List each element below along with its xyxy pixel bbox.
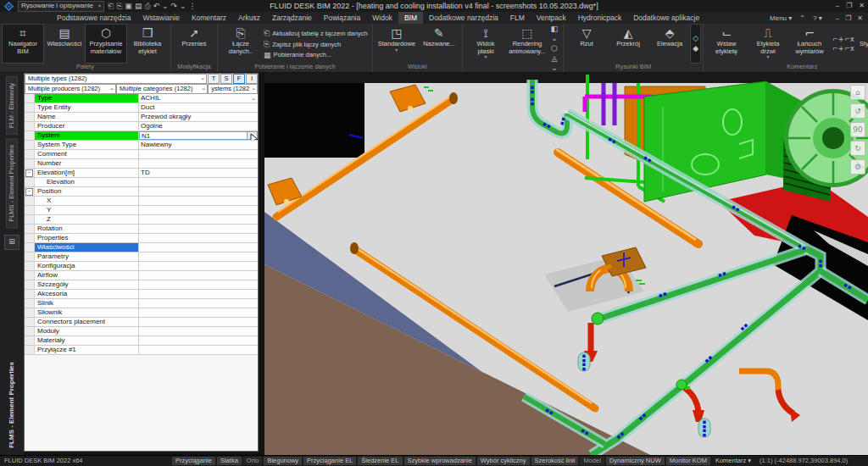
property-value[interactable]: Ogólne: [139, 122, 258, 130]
property-label[interactable]: Connectors placement: [35, 318, 139, 326]
system-combo[interactable]: N1▾: [139, 131, 258, 140]
property-row-connectors-placement[interactable]: Connectors placement: [25, 318, 258, 327]
categories-filter-dropdown[interactable]: Multiple categories (1282): [116, 84, 208, 94]
status-toggle-szeroko-linii[interactable]: Szerokość linii: [531, 457, 579, 465]
filter-button-i[interactable]: I: [246, 74, 258, 84]
property-row-modu-y[interactable]: Moduły: [25, 327, 258, 336]
collapse-icon[interactable]: −: [25, 169, 33, 177]
more-icon[interactable]: ⋮: [189, 1, 197, 12]
property-row-z[interactable]: Z: [25, 215, 258, 225]
property-row-x[interactable]: X: [25, 197, 258, 206]
property-label[interactable]: Airflow: [35, 271, 139, 280]
property-row-system[interactable]: SystemN1▾: [25, 131, 258, 141]
ribbon-tab-bim[interactable]: BIM: [398, 12, 423, 24]
bim-navigator-button[interactable]: ⌗NawigatorBIM: [3, 25, 43, 63]
status-toggle-wyb-r-cykliczny[interactable]: Wybór cykliczny: [477, 457, 530, 465]
status-toggle-monitor-kom[interactable]: Monitor KOM: [666, 457, 710, 465]
property-value[interactable]: [139, 197, 258, 205]
plan-view-button[interactable]: ▽Rzut: [566, 25, 607, 63]
ribbon-tab-powi-zania[interactable]: Powiązania: [318, 12, 366, 24]
property-label[interactable]: Z: [35, 215, 139, 224]
tool-icon[interactable]: ⬡: [550, 44, 559, 53]
property-value[interactable]: N1▾: [139, 131, 258, 140]
update-data-link-table-button[interactable]: ⎗Aktualizuj tabelę z łączem danych: [264, 29, 368, 38]
download-data-button[interactable]: ▦Pobieranie danych...: [264, 51, 368, 59]
property-label[interactable]: Elevation[m]: [35, 169, 139, 177]
property-value[interactable]: [139, 280, 258, 289]
tool-icon[interactable]: ◧ ⌄: [550, 25, 559, 43]
minimize-icon[interactable]: –: [836, 14, 839, 22]
property-label[interactable]: Producer: [35, 122, 139, 130]
ribbon-tab-hydronicpack[interactable]: Hydronicpack: [572, 12, 628, 24]
property-value[interactable]: [139, 327, 258, 336]
status-toggle-orto[interactable]: Orto: [243, 457, 263, 465]
collapse-icon[interactable]: −: [25, 188, 33, 196]
rotate-ccw-button[interactable]: ↺: [850, 103, 865, 119]
tool-icon[interactable]: ⌐x: [844, 36, 854, 43]
menu-dropdown[interactable]: Menu ▾: [770, 14, 792, 22]
minimize-icon[interactable]: –: [836, 0, 839, 12]
types-filter-dropdown[interactable]: Multiple types (1282): [25, 74, 207, 84]
property-value[interactable]: [139, 234, 258, 242]
status-toggle-model[interactable]: Model: [580, 457, 604, 465]
property-label[interactable]: Szczegóły: [35, 280, 139, 289]
ribbon-tab-widok[interactable]: Widok: [366, 12, 398, 24]
viewport-3d-scene[interactable]: [264, 73, 868, 455]
tool-icon[interactable]: ⌐+: [832, 36, 843, 43]
property-value[interactable]: [139, 225, 258, 233]
property-label[interactable]: Akcesoria: [35, 290, 139, 298]
filter-button-f[interactable]: F: [233, 74, 245, 84]
property-value[interactable]: Duct: [139, 103, 258, 112]
property-row-y[interactable]: Y: [25, 206, 258, 215]
palette-tab-flm-elementy[interactable]: FLM - Elementy: [6, 76, 18, 135]
ribbon-tab-dodatkowe-aplikacje[interactable]: Dodatkowe aplikacje: [627, 12, 705, 24]
property-row-system-type[interactable]: System TypeNawiewny: [25, 141, 258, 150]
animated-render-button[interactable]: ⬚Renderinganimowany...: [507, 25, 548, 73]
ribbon-tab-dodatkowe-narz-dzia[interactable]: Dodatkowe narzędzia: [423, 12, 504, 24]
property-row-materia-y[interactable]: Materiały: [25, 336, 258, 346]
dimension-chain-button[interactable]: ⌐Łańcuchwymiarów: [789, 25, 830, 63]
property-row-parametry[interactable]: Parametry: [25, 252, 258, 262]
ribbon-tab-ventpack[interactable]: Ventpack: [531, 12, 572, 24]
section-button[interactable]: ◭Przekrój: [608, 25, 648, 63]
property-row-elevation[interactable]: Elevation: [25, 178, 258, 187]
move-button[interactable]: ➚Przenieś: [174, 25, 214, 63]
data-link-button[interactable]: ⎘Łączedanych..: [220, 25, 261, 63]
ribbon-tab-podstawowe-narz-dzia[interactable]: Podstawowe narzędzia: [51, 12, 136, 24]
filter-button-t[interactable]: T: [208, 74, 220, 84]
tool-icon[interactable]: ⌐x: [844, 45, 854, 53]
comment-dropdown[interactable]: Komentarz ▾: [712, 457, 754, 465]
property-value[interactable]: [139, 336, 258, 345]
chevron-down-icon[interactable]: ⌄: [251, 94, 256, 103]
elevation-button[interactable]: ⬘Elewacja: [649, 25, 690, 63]
property-label[interactable]: Number: [35, 159, 139, 168]
property-label[interactable]: Position: [35, 187, 139, 196]
property-row-properties[interactable]: Properties: [25, 234, 258, 243]
new-file-icon[interactable]: ⎗: [108, 1, 114, 12]
status-toggle-przyci-ganie[interactable]: Przyciąganie: [172, 457, 215, 465]
property-label[interactable]: Comment: [35, 150, 139, 158]
rotate-cw-button[interactable]: ↻: [850, 141, 865, 156]
angle-90-button[interactable]: 90: [850, 122, 865, 137]
property-label[interactable]: Properties: [35, 234, 139, 242]
flat-view-button[interactable]: ⟟Widokpłaski▾: [465, 25, 506, 73]
property-label[interactable]: Konfiguracja: [35, 262, 139, 270]
material-assignment-button[interactable]: ⬡Przypisaniemateriałów: [86, 25, 126, 63]
property-label[interactable]: System Type: [35, 141, 139, 149]
property-label[interactable]: System: [35, 131, 139, 140]
restore-icon[interactable]: ❐: [845, 14, 851, 22]
property-label[interactable]: Type Entity: [35, 103, 139, 112]
ribbon-tab-wstawianie[interactable]: Wstawianie: [136, 12, 185, 24]
ribbon-tab-komentarz[interactable]: Komentarz: [186, 12, 232, 24]
palette-strip-icon[interactable]: ⊞: [4, 235, 19, 250]
property-label[interactable]: Elevation: [35, 178, 139, 186]
property-value[interactable]: [139, 215, 258, 224]
tool-icon[interactable]: ◇: [693, 34, 698, 43]
property-value[interactable]: [139, 290, 258, 298]
property-label[interactable]: Przyłącze #1: [35, 346, 139, 354]
property-row-airflow[interactable]: Airflow: [25, 271, 258, 280]
door-label-button[interactable]: ⎍Etykietadrzwi▾: [748, 25, 788, 63]
property-label[interactable]: Siłownik: [35, 308, 139, 317]
home-view-button[interactable]: ⌂: [850, 85, 865, 100]
property-row-silnik[interactable]: Silnik: [25, 299, 258, 308]
